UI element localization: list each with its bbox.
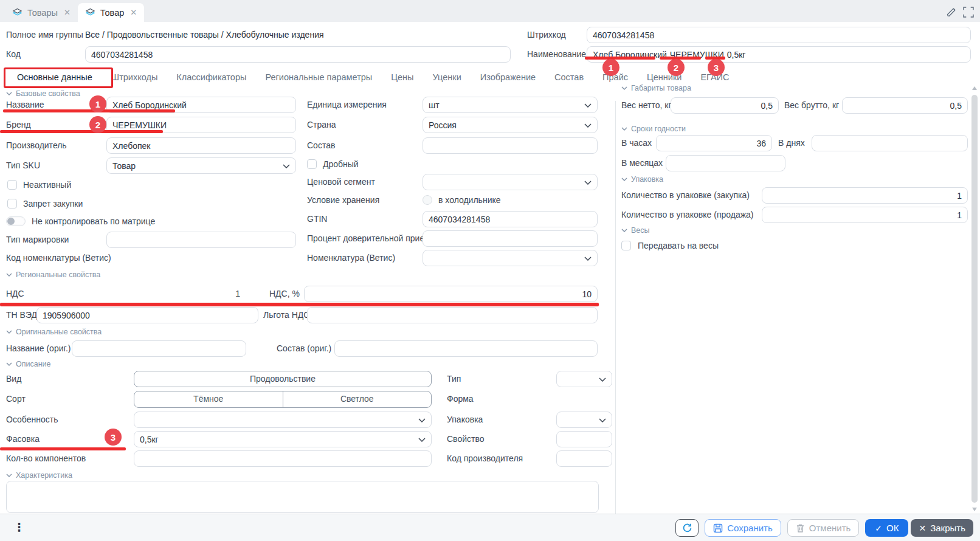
barcode-input[interactable]: [587, 27, 971, 43]
property-input[interactable]: [556, 431, 612, 447]
tab-markdowns[interactable]: Уценки: [433, 72, 461, 82]
layers-icon: [12, 8, 22, 18]
name-field-input[interactable]: [106, 97, 296, 113]
fullscreen-icon[interactable]: [963, 7, 974, 18]
scroll-up-icon[interactable]: [972, 86, 977, 90]
section-characteristic[interactable]: Характеристика: [6, 471, 72, 480]
unit-label: Единица измерения: [307, 97, 387, 113]
months-input[interactable]: [666, 155, 785, 171]
cancel-button[interactable]: Отменить: [787, 519, 860, 537]
vat-label: НДС: [6, 286, 24, 302]
close-icon[interactable]: ✕: [130, 8, 137, 17]
tab-prices[interactable]: Цены: [391, 72, 413, 82]
kebab-menu-icon[interactable]: ⋮: [13, 520, 25, 534]
chevron-down-icon: [6, 273, 12, 277]
vetis-nomenclature-select[interactable]: [423, 250, 598, 266]
unit-select[interactable]: шт: [423, 97, 598, 113]
packaging-select[interactable]: [556, 412, 612, 428]
vetis-nomenclature-label: Номенклатура (Ветис): [307, 250, 395, 266]
sort-segmented: Тёмное Светлое: [134, 391, 432, 408]
vat-percent-label: НДС, %: [269, 286, 300, 302]
chevron-down-icon: [418, 438, 426, 442]
fridge-radio[interactable]: [423, 195, 432, 205]
layers-icon: [85, 8, 95, 18]
section-dimensions[interactable]: Габариты товара: [621, 84, 691, 92]
barcode-label: Штрихкод: [527, 27, 566, 43]
net-weight-input[interactable]: [671, 97, 779, 114]
ok-button[interactable]: ✓ ОК: [865, 519, 908, 537]
manufacturer-input[interactable]: [106, 137, 296, 154]
chevron-down-icon: [6, 330, 12, 334]
kind-button[interactable]: Продовольствие: [134, 371, 432, 387]
marking-type-input[interactable]: [106, 232, 296, 248]
package-purchase-label: Количество в упаковке (закупка): [621, 187, 750, 204]
name-part-2: ЧЕРЕМУШКИ: [670, 50, 724, 60]
orig-composition-input[interactable]: [334, 340, 598, 357]
days-input[interactable]: [812, 135, 968, 151]
orig-name-input[interactable]: [72, 340, 246, 357]
sort-dark-button[interactable]: Тёмное: [134, 391, 283, 407]
type-select[interactable]: [556, 371, 612, 387]
fractional-checkbox[interactable]: [307, 159, 317, 169]
vat-benefit-input[interactable]: [307, 307, 598, 323]
trust-percent-input[interactable]: [423, 230, 598, 247]
orig-composition-label: Состав (ориг.): [277, 340, 331, 357]
close-icon: ✕: [919, 523, 926, 533]
code-label: Код: [6, 46, 21, 63]
tab-barcodes[interactable]: Штрихкоды: [111, 72, 157, 82]
composition-input[interactable]: [423, 137, 598, 154]
refresh-button[interactable]: [675, 519, 699, 537]
sort-light-button[interactable]: Светлое: [283, 391, 432, 407]
inactive-checkbox[interactable]: [7, 180, 17, 190]
package-sale-input[interactable]: [762, 207, 968, 223]
kind-label: Вид: [6, 371, 21, 387]
hours-input[interactable]: [656, 135, 772, 151]
characteristic-textarea[interactable]: [6, 481, 599, 513]
gtin-label: GTIN: [307, 211, 327, 227]
tab-composition[interactable]: Состав: [554, 72, 584, 82]
save-button[interactable]: Сохранить: [705, 519, 781, 537]
components-input[interactable]: [134, 450, 432, 467]
gross-weight-input[interactable]: [842, 97, 968, 114]
send-to-scales-checkbox[interactable]: [621, 241, 631, 250]
matrix-toggle[interactable]: [6, 216, 26, 226]
package-purchase-input[interactable]: [762, 187, 968, 204]
chevron-down-icon: [584, 181, 592, 185]
price-segment-select[interactable]: [423, 174, 598, 190]
sort-label: Сорт: [6, 391, 26, 407]
section-scales[interactable]: Весы: [621, 226, 650, 235]
section-shelf-life[interactable]: Сроки годности: [621, 125, 686, 133]
sku-type-select[interactable]: Товар: [106, 157, 296, 174]
window-tab-products[interactable]: Товары ✕: [5, 3, 78, 22]
tab-image[interactable]: Изображение: [480, 72, 536, 82]
section-original[interactable]: Оригинальные свойства: [6, 328, 102, 336]
sku-type-label: Тип SKU: [6, 157, 40, 174]
feature-select[interactable]: [134, 412, 432, 428]
purchase-ban-checkbox[interactable]: [7, 199, 17, 208]
tab-regional-params[interactable]: Региональные параметры: [265, 72, 372, 82]
chevron-down-icon: [283, 164, 290, 168]
pencil-icon[interactable]: [946, 7, 957, 18]
name-input[interactable]: Хлеб Бородинский ЧЕРЕМУШКИ 0,5кг: [587, 46, 971, 63]
vat-percent-input[interactable]: [304, 286, 598, 302]
country-select[interactable]: Россия: [423, 117, 598, 133]
tnved-input[interactable]: [36, 307, 258, 323]
vertical-scrollbar[interactable]: [971, 85, 978, 512]
packing-select[interactable]: 0,5кг: [134, 431, 432, 447]
tab-classifiers[interactable]: Классификаторы: [176, 72, 246, 82]
close-button[interactable]: ✕ Закрыть: [911, 519, 973, 537]
gtin-input[interactable]: [423, 211, 598, 227]
section-regional[interactable]: Региональные свойства: [6, 270, 100, 279]
code-input[interactable]: [85, 46, 511, 63]
scroll-down-icon[interactable]: [972, 508, 977, 511]
send-to-scales-label: Передавать на весы: [638, 238, 719, 254]
scrollbar-thumb[interactable]: [971, 95, 978, 503]
manufacturer-code-input[interactable]: [556, 450, 612, 467]
section-package[interactable]: Упаковка: [621, 175, 663, 184]
close-icon[interactable]: ✕: [64, 8, 71, 17]
section-description[interactable]: Описание: [6, 360, 51, 368]
tab-main-data[interactable]: Основные данные: [17, 72, 92, 82]
brand-input[interactable]: [106, 117, 296, 133]
window-tab-product[interactable]: Товар ✕: [78, 3, 144, 22]
packaging-label: Упаковка: [447, 412, 483, 428]
